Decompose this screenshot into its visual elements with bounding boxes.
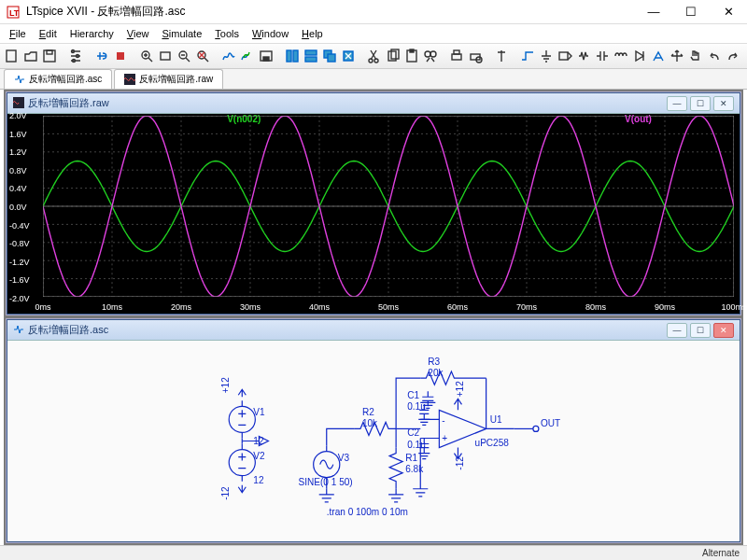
resistor-button[interactable] [575,46,592,66]
pick-button[interactable] [493,46,510,66]
print-setup-button[interactable] [467,46,484,66]
x-tick-label: 40ms [309,302,330,312]
copy-button[interactable] [385,46,402,66]
tab-schematic[interactable]: 反転増幅回路.asc [4,69,112,89]
x-tick-label: 0ms [35,302,50,312]
move-button[interactable] [669,46,685,66]
close-button[interactable]: ✕ [710,0,747,24]
setup-button[interactable] [258,46,275,66]
child-minimize-button[interactable]: — [667,323,687,338]
svg-text:R3: R3 [428,357,440,367]
svg-text:0.1u: 0.1u [407,401,426,412]
mdi-workspace: 反転増幅回路.raw — ☐ ✕ V(n002) V(out) -2.0V-1.… [4,90,743,545]
waveform-window-title[interactable]: 反転増幅回路.raw — ☐ ✕ [7,93,740,114]
svg-text:.tran 0 100m 0 10m: .tran 0 100m 0 10m [327,507,408,517]
svg-text:R1: R1 [405,453,417,463]
svg-text:6.8k: 6.8k [405,464,424,474]
zoom-in-button[interactable] [138,46,155,66]
window-titlebar: LT LTspice XVII - 反転増幅回路.asc — ☐ ✕ [0,0,747,24]
svg-text:20k: 20k [428,368,444,378]
add-trace-button[interactable] [239,46,256,66]
svg-text:0.1u: 0.1u [407,440,426,450]
undo-button[interactable] [706,46,723,66]
waveform-file-icon [13,97,24,110]
svg-rect-8 [117,52,124,60]
y-tick-label: 0.0V [9,203,27,212]
cascade-button[interactable] [321,46,338,66]
schematic-file-icon [14,74,25,85]
redo-button[interactable] [725,46,741,66]
tile-h-button[interactable] [284,46,301,66]
child-maximize-button[interactable]: ☐ [690,96,711,111]
child-minimize-button[interactable]: — [667,96,687,111]
statusbar: Alternate [0,545,747,560]
x-tick-label: 50ms [378,302,399,312]
tab-label: 反転増幅回路.asc [29,73,102,86]
svg-text:-12: -12 [455,456,465,470]
y-tick-label: 0.8V [9,166,27,175]
inductor-button[interactable] [613,46,629,66]
y-tick-label: -1.6V [9,275,30,285]
y-tick-label: 1.6V [9,130,27,139]
wire-button[interactable] [519,46,536,66]
svg-text:R2: R2 [362,407,374,417]
document-tabs: 反転増幅回路.asc 反転増幅回路.raw [0,69,747,90]
diode-button[interactable] [631,46,648,66]
child-maximize-button[interactable]: ☐ [690,323,711,338]
menu-edit[interactable]: Edit [34,26,63,41]
halt-button[interactable] [112,46,129,66]
menu-file[interactable]: File [4,26,32,41]
drag-button[interactable] [687,46,704,66]
menu-help[interactable]: Help [296,26,329,41]
paste-button[interactable] [403,46,420,66]
maximize-button[interactable]: ☐ [672,0,710,24]
zoom-pan-button[interactable] [157,46,174,66]
x-tick-label: 30ms [240,302,261,312]
svg-text:12: 12 [253,436,264,446]
print-button[interactable] [448,46,465,66]
svg-rect-16 [293,50,298,62]
menu-window[interactable]: Window [247,26,294,41]
y-tick-label: 1.2V [9,147,27,157]
close-all-button[interactable] [340,46,357,66]
menu-simulate[interactable]: Simulate [156,26,207,41]
plot-area[interactable]: V(n002) V(out) -2.0V-1.6V-1.2V-0.8V-0.4V… [7,114,740,314]
menu-tools[interactable]: Tools [209,26,245,41]
new-schematic-button[interactable] [4,46,21,66]
schematic-canvas[interactable]: - + V1 [7,341,740,541]
run-button[interactable] [93,46,110,66]
tab-waveform[interactable]: 反転増幅回路.raw [114,69,223,89]
menu-view[interactable]: View [121,26,155,41]
svg-text:12: 12 [253,475,264,485]
waveform-file-icon [124,74,135,85]
tile-v-button[interactable] [303,46,319,66]
zoom-full-button[interactable] [194,46,211,66]
autorange-button[interactable] [220,46,237,66]
control-panel-button[interactable] [67,46,84,66]
svg-text:C1: C1 [407,390,419,400]
minimize-button[interactable]: — [635,0,672,24]
schematic-window-title[interactable]: 反転増幅回路.asc — ☐ ✕ [7,320,740,341]
cut-button[interactable] [366,46,383,66]
svg-rect-34 [559,52,568,60]
svg-rect-20 [328,54,335,62]
child-close-button[interactable]: ✕ [713,323,734,338]
ground-button[interactable] [538,46,555,66]
label-button[interactable] [557,46,573,66]
svg-point-66 [533,426,539,431]
child-close-button[interactable]: ✕ [713,96,734,111]
save-button[interactable] [41,46,58,66]
menubar: File Edit Hierarchy View Simulate Tools … [0,24,747,43]
svg-text:U1: U1 [490,414,502,425]
svg-text:-: - [442,415,444,426]
y-tick-label: -0.8V [9,239,30,248]
capacitor-button[interactable] [594,46,611,66]
svg-point-23 [374,59,378,63]
find-button[interactable] [422,46,439,66]
menu-hierarchy[interactable]: Hierarchy [64,26,120,41]
open-button[interactable] [22,46,39,66]
zoom-out-button[interactable] [176,46,192,66]
component-button[interactable] [650,46,667,66]
rotate-button[interactable] [743,46,747,66]
x-tick-label: 10ms [102,302,122,312]
